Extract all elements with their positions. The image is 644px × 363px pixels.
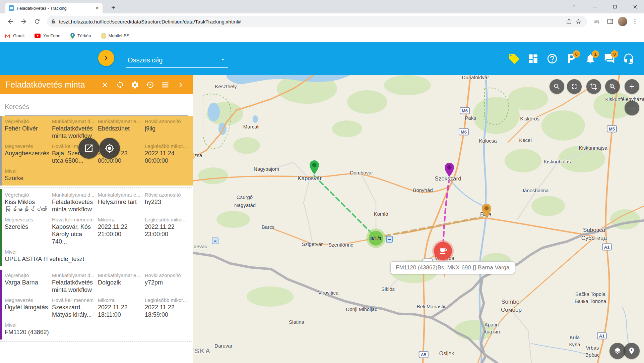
- field-value: Szürke: [5, 175, 189, 182]
- support-headset-button[interactable]: [622, 51, 635, 66]
- field-value: Anyagbeszerzés: [5, 150, 50, 157]
- field-value: y72pm: [145, 279, 189, 287]
- map-search-button[interactable]: [550, 79, 564, 94]
- crosshair-icon: [105, 143, 115, 153]
- help-button[interactable]: [545, 51, 559, 66]
- reload-button[interactable]: [31, 16, 43, 27]
- field-label: Mivel: [5, 249, 189, 255]
- task-card[interactable]: VégrehajtóKiss Miklós မြန်မာနိုင်ငံတော်M…: [0, 189, 193, 266]
- marker-cluster[interactable]: 0/1/1: [366, 228, 386, 248]
- map-zoom-out-button[interactable]: [625, 101, 639, 115]
- messages-button[interactable]: 0: [603, 51, 616, 66]
- card-separator: [0, 341, 193, 342]
- bookmark-youtube[interactable]: YouTube: [35, 33, 60, 38]
- browser-toolbar: teszt.holazauto.hu/fleet/secured/dataStr…: [0, 13, 644, 30]
- field-label: Megnevezés: [5, 297, 50, 303]
- window-maximize-button[interactable]: [607, 0, 623, 13]
- expand-menu-button[interactable]: [98, 50, 114, 66]
- field-label: Mivel: [5, 168, 189, 174]
- new-tab-button[interactable]: +: [109, 4, 117, 12]
- open-task-button[interactable]: [78, 138, 99, 159]
- field-label: Hová kell mennem: [52, 297, 96, 303]
- field-label: Megnevezés: [5, 143, 50, 149]
- map-poi-square[interactable]: [386, 236, 393, 243]
- list-view-button[interactable]: [160, 80, 170, 90]
- tab-title: Feladatkövetés - Tracking: [17, 6, 94, 11]
- media-queue-icon[interactable]: [591, 16, 602, 27]
- parking-button[interactable]: P 0: [565, 51, 578, 66]
- destination-pin-orange[interactable]: [481, 203, 492, 218]
- search-input[interactable]: [5, 102, 188, 116]
- apps-grid-button[interactable]: [526, 51, 540, 66]
- parking-badge: 0: [573, 50, 580, 58]
- window-close-button[interactable]: [627, 0, 643, 13]
- destination-pin-green[interactable]: [309, 160, 320, 175]
- road-shield: M5: [607, 125, 617, 133]
- bookmarks-bar: Gmail YouTube Térkép MobileLBS: [0, 30, 644, 42]
- map-fullscreen-button[interactable]: [567, 79, 582, 94]
- tags-button[interactable]: [507, 51, 521, 66]
- profile-avatar[interactable]: [618, 17, 627, 26]
- tab-search-chevron-icon[interactable]: [571, 3, 577, 10]
- url-bar[interactable]: teszt.holazauto.hu/fleet/secured/dataStr…: [47, 16, 587, 27]
- settings-button[interactable]: [130, 80, 140, 90]
- tab-close-icon[interactable]: ✕: [94, 5, 100, 11]
- field-value: Szekszárd, Mátyás király...: [52, 304, 96, 319]
- bookmark-gmail[interactable]: Gmail: [5, 33, 24, 38]
- map-zoom-in-button[interactable]: [625, 79, 639, 94]
- road-shield: A5: [419, 351, 429, 358]
- company-filter-select[interactable]: Összes cég: [126, 55, 228, 68]
- map[interactable]: DunaföldvárKeszthelyMarcaliizsaNagybajom…: [193, 75, 644, 363]
- field-value: Dolgozik: [98, 279, 143, 287]
- map-crop-button[interactable]: [586, 79, 601, 94]
- map-locate-button[interactable]: [624, 343, 640, 359]
- bookmark-maps[interactable]: Térkép: [70, 33, 91, 39]
- field-value: 2022.11.22 18:59:00: [145, 304, 189, 319]
- bookmark-mobilelbs[interactable]: MobileLBS: [101, 33, 130, 39]
- back-button[interactable]: [5, 16, 16, 27]
- close-panel-button[interactable]: [100, 80, 110, 90]
- task-panel: Feladatkövetés minta VégrehajtóFehér Oli: [0, 75, 193, 363]
- vehicle-tooltip: FM1120 (43862)Bs. MKX-690-[]-Barna Varga: [390, 261, 515, 274]
- field-value: 2022.11.22 21:00:00: [98, 223, 143, 238]
- sync-button[interactable]: [115, 80, 125, 90]
- bookmark-star-icon[interactable]: [574, 17, 583, 26]
- side-panel-icon[interactable]: [604, 16, 616, 27]
- panel-header: Feladatkövetés minta: [0, 75, 193, 94]
- window-minimize-button[interactable]: [587, 0, 602, 13]
- browser-tab-strip: Feladatkövetés - Tracking ✕ +: [0, 0, 644, 13]
- coffee-cup-icon: [439, 247, 447, 255]
- destination-pin-purple[interactable]: [444, 162, 455, 177]
- task-card[interactable]: VégrehajtóVarga BarnaMunkafolyamat d...F…: [0, 270, 193, 340]
- share-icon[interactable]: [564, 17, 574, 26]
- field-value: FM1120 (43862): [5, 329, 189, 336]
- locate-task-button[interactable]: [99, 138, 120, 159]
- field-label: Munkafolyamat d...: [52, 118, 96, 124]
- road-shield: A1: [602, 244, 612, 251]
- field-value: OPEL ASTRA H vehicle_teszt: [5, 256, 189, 263]
- field-value: Varga Barna: [5, 279, 50, 287]
- task-card[interactable]: VégrehajtóFehér OlivérMunkafolyamat d...…: [0, 116, 193, 186]
- card-separator: [0, 187, 193, 188]
- restore-button[interactable]: [145, 80, 155, 90]
- forward-button[interactable]: [18, 16, 29, 27]
- field-label: Legkésőbb mikor...: [145, 217, 189, 222]
- map-zoom-box-button[interactable]: [605, 79, 620, 94]
- url-text: teszt.holazauto.hu/fleet/secured/dataStr…: [59, 19, 564, 24]
- menu-kebab-icon[interactable]: [629, 16, 641, 27]
- map-canvas[interactable]: [193, 75, 644, 363]
- notifications-button[interactable]: 1: [584, 51, 597, 66]
- field-value: hy223: [145, 199, 189, 206]
- field-label: Végrehajtó: [5, 192, 50, 198]
- expand-panel-button[interactable]: [176, 80, 185, 90]
- map-poi-square[interactable]: [212, 238, 218, 244]
- road-shield: A1: [597, 332, 607, 340]
- field-label: Végrehajtó: [5, 118, 50, 124]
- maps-pin-icon: [70, 33, 75, 39]
- vehicle-marker-break[interactable]: [434, 242, 452, 260]
- field-value: Helyszínre tart: [98, 199, 143, 206]
- card-action-buttons: [78, 138, 120, 159]
- field-value: 2022.11.24 00:00:00: [145, 150, 189, 165]
- map-layers-button[interactable]: [609, 343, 626, 359]
- browser-tab[interactable]: Feladatkövetés - Tracking ✕: [5, 3, 103, 13]
